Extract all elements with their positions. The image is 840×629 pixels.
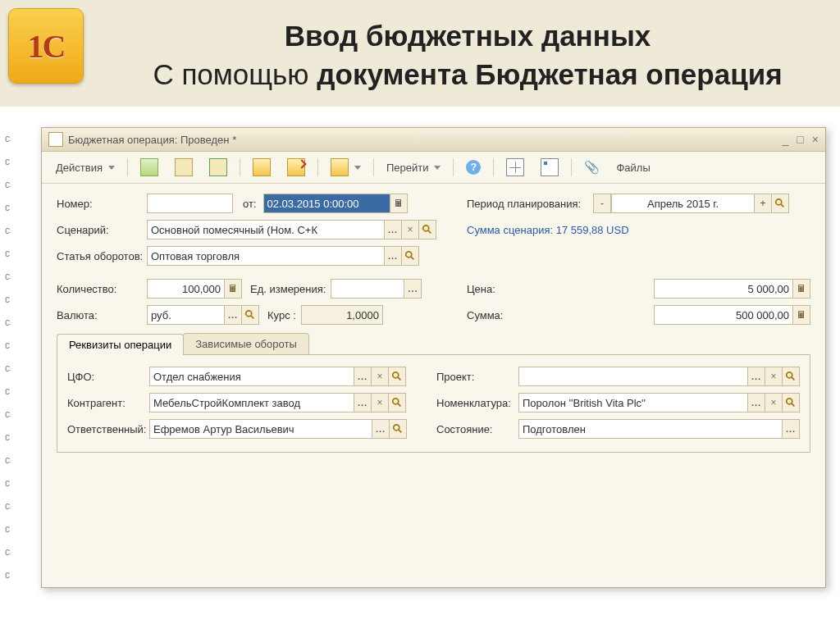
paperclip-icon: 📎 (584, 160, 600, 175)
minimize-button[interactable]: _ (783, 133, 789, 146)
sum-field[interactable]: 500 000,00 (654, 305, 793, 325)
scenario-select-button[interactable]: ... (384, 220, 402, 239)
status-label: Состояние: (436, 423, 518, 435)
cfo-field[interactable]: Отдел снабжения (149, 367, 354, 386)
x-icon: × (770, 371, 776, 382)
search-icon (392, 423, 404, 435)
counterparty-select-button[interactable]: ... (354, 393, 372, 412)
nomenclature-label: Номенклатура: (436, 397, 518, 409)
actions-menu[interactable]: Действия (48, 158, 122, 177)
period-field[interactable]: Апрель 2015 г. (611, 194, 755, 213)
toolbar-attach[interactable]: 📎 (577, 157, 607, 178)
tabs: Реквизиты операции Зависимые обороты (57, 333, 810, 354)
svg-point-0 (776, 199, 782, 205)
scenario-lookup-button[interactable] (418, 220, 436, 239)
cfo-lookup-button[interactable] (388, 367, 406, 386)
toolbar-tree[interactable] (533, 155, 566, 180)
currency-label: Валюта: (57, 309, 147, 321)
currency-field[interactable]: руб. (147, 305, 225, 325)
toolbar-refresh[interactable] (202, 155, 235, 180)
period-prev-button[interactable]: - (593, 194, 611, 213)
window-title: Бюджетная операция: Проведен * (68, 134, 236, 146)
svg-point-2 (423, 226, 429, 231)
svg-point-16 (394, 425, 399, 431)
qty-field[interactable]: 100,000 (147, 279, 225, 299)
tab-dependent[interactable]: Зависимые обороты (183, 333, 309, 354)
svg-line-3 (428, 230, 431, 234)
help-icon: ? (466, 160, 481, 175)
nomenclature-select-button[interactable]: ... (747, 393, 765, 412)
responsible-select-button[interactable]: ... (372, 419, 390, 439)
status-field[interactable]: Подготовлен (518, 419, 783, 439)
price-calc-button[interactable]: 🖩 (792, 279, 810, 299)
responsible-field[interactable]: Ефремов Артур Васильевич (149, 419, 372, 439)
currency-lookup-button[interactable] (241, 305, 259, 325)
search-icon (785, 371, 797, 382)
ellipsis-col: cccccccccccccccccccc (5, 127, 10, 586)
titlebar[interactable]: Бюджетная операция: Проведен * _ □ × (42, 128, 825, 152)
project-select-button[interactable]: ... (747, 367, 765, 386)
scenario-clear-button[interactable]: × (401, 220, 419, 239)
tab-requisites[interactable]: Реквизиты операции (57, 334, 184, 355)
counterparty-clear-button[interactable]: × (371, 393, 389, 412)
unit-select-button[interactable]: ... (404, 279, 422, 299)
refresh-icon (209, 158, 227, 176)
project-label: Проект: (436, 371, 518, 383)
search-icon (391, 397, 403, 408)
window-icon (48, 132, 63, 147)
toolbar-docA[interactable] (245, 155, 278, 180)
counterparty-lookup-button[interactable] (388, 393, 406, 412)
responsible-lookup-button[interactable] (389, 419, 407, 439)
rate-field: 1,0000 (301, 305, 383, 325)
scenario-field[interactable]: Основной помесячный (Ном. С+К (147, 220, 385, 239)
cfo-select-button[interactable]: ... (354, 367, 372, 386)
search-icon (774, 198, 786, 209)
number-label: Номер: (57, 198, 147, 210)
window: Бюджетная операция: Проведен * _ □ × Дей… (41, 127, 826, 588)
tree-icon (541, 158, 559, 176)
close-button[interactable]: × (812, 133, 819, 146)
toolbar-new[interactable] (133, 155, 166, 180)
svg-point-14 (787, 399, 792, 404)
maximize-button[interactable]: □ (797, 133, 803, 146)
status-select-button[interactable]: ... (782, 419, 800, 439)
item-field[interactable]: Оптовая торговля (147, 246, 385, 266)
search-icon (422, 224, 433, 235)
svg-line-11 (792, 377, 795, 381)
sum-calc-button[interactable]: 🖩 (792, 305, 810, 325)
toolbar-docB[interactable] (280, 155, 313, 180)
nomenclature-lookup-button[interactable] (782, 393, 800, 412)
item-lookup-button[interactable] (401, 246, 419, 266)
goto-menu[interactable]: Перейти (379, 158, 449, 177)
date-field[interactable]: 02.03.2015 0:00:00 (263, 194, 390, 213)
nomenclature-field[interactable]: Поролон ''British Vita Plc'' (518, 393, 748, 412)
qty-calc-button[interactable]: 🖩 (224, 279, 242, 299)
ellipsis-icon: ... (376, 424, 386, 434)
chevron-down-icon (434, 166, 441, 170)
svg-point-12 (393, 399, 399, 404)
period-next-button[interactable]: + (754, 194, 772, 213)
project-clear-button[interactable]: × (765, 367, 783, 386)
nomenclature-clear-button[interactable]: × (765, 393, 783, 412)
toolbar-files[interactable]: Файлы (609, 158, 657, 177)
period-lookup-button[interactable] (771, 194, 789, 213)
price-field[interactable]: 5 000,00 (654, 279, 793, 299)
toolbar-help[interactable]: ? (459, 157, 488, 178)
unit-field[interactable] (331, 279, 404, 299)
currency-select-button[interactable]: ... (224, 305, 242, 325)
counterparty-field[interactable]: МебельСтройКомплект завод (149, 393, 354, 412)
project-lookup-button[interactable] (782, 367, 800, 386)
from-label: от: (243, 198, 257, 210)
cfo-clear-button[interactable]: × (371, 367, 389, 386)
svg-line-9 (398, 377, 401, 381)
item-select-button[interactable]: ... (384, 246, 402, 266)
project-field[interactable] (518, 367, 748, 386)
grid-icon (506, 158, 524, 176)
number-field[interactable] (147, 194, 233, 213)
ellipsis-icon: ... (388, 225, 398, 235)
toolbar-base[interactable] (323, 155, 368, 180)
toolbar-grid[interactable] (499, 155, 532, 180)
calendar-button[interactable]: 🖩 (390, 194, 408, 213)
item-label: Статья оборотов: (57, 250, 147, 262)
toolbar-back[interactable] (167, 155, 200, 180)
